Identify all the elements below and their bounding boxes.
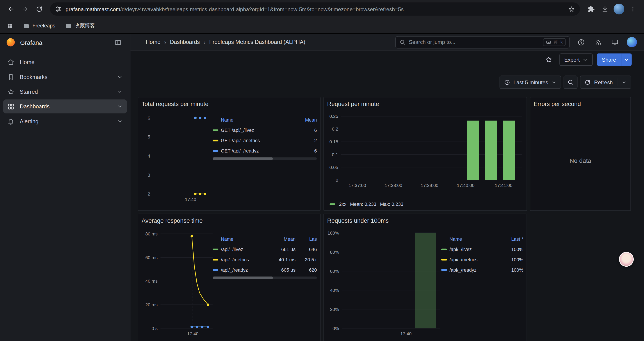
legend-scrollbar[interactable] — [212, 276, 317, 279]
breadcrumb-dashboards[interactable]: Dashboards — [170, 39, 200, 45]
search-input[interactable]: Search or jump to... ⌘+k — [395, 36, 570, 48]
news-rss-button[interactable] — [592, 36, 604, 49]
legend-row[interactable]: /api/_/livez 100% — [441, 244, 524, 254]
legend-header-mean[interactable]: Mean — [274, 237, 296, 241]
legend-scrollbar-thumb[interactable] — [212, 157, 273, 160]
search-shortcut: ⌘+k — [553, 40, 563, 45]
sidebar-item-bookmarks[interactable]: Bookmarks — [3, 70, 127, 84]
series-last: 620 — [298, 267, 317, 272]
share-button[interactable]: Share — [597, 53, 621, 66]
site-settings-icon[interactable] — [55, 6, 62, 12]
breadcrumb-current: Freeleaps Metrics Dashboard (ALPHA) — [209, 39, 305, 45]
back-button[interactable] — [4, 2, 18, 16]
legend-row[interactable]: /api/_/readyz 100% — [441, 265, 524, 275]
legend-row[interactable]: GET /api/_/livez 6 — [212, 125, 317, 135]
export-button[interactable]: Export — [560, 53, 593, 66]
refresh-label[interactable]: Refresh — [594, 79, 613, 85]
floating-assistant-avatar[interactable] — [619, 252, 634, 267]
downloads-button[interactable] — [598, 2, 612, 16]
legend-row[interactable]: /api/_/livez 661 µs 646 — [212, 244, 317, 254]
panel-total-requests-per-minute: Total requests per minute 6543217:40 Nam… — [138, 97, 320, 211]
search-icon — [400, 39, 406, 45]
average-response-time-chart[interactable]: 80 ms60 ms40 ms20 ms0 s17:40 — [142, 234, 212, 337]
legend-header-mean[interactable]: Mean — [299, 117, 317, 122]
toggle-sidebar-button[interactable] — [111, 36, 124, 49]
series-color-swatch — [330, 203, 335, 205]
grafana-main: Home › Dashboards › Freeleaps Metrics Da… — [130, 34, 644, 341]
url-bar[interactable]: grafana.mathmast.com/d/deytv4rwavabkb/fr… — [50, 3, 580, 16]
svg-text:0%: 0% — [332, 326, 339, 331]
refresh-icon[interactable] — [584, 79, 591, 85]
share-menu-button[interactable] — [621, 53, 632, 66]
zoom-out-button[interactable] — [564, 76, 578, 89]
chevron-down-icon — [117, 74, 123, 80]
grafana-logo-icon[interactable] — [6, 37, 16, 47]
bell-icon — [8, 118, 14, 125]
sidebar-nav: Home Bookmarks Starred Dashboards — [0, 51, 130, 132]
clock-icon — [504, 79, 510, 85]
panel-title[interactable]: Average response time — [142, 217, 317, 225]
legend-header-last[interactable]: Las — [298, 237, 317, 241]
zoom-out-icon — [568, 79, 574, 86]
legend-header-name[interactable]: Name — [449, 237, 502, 241]
sidebar-item-starred[interactable]: Starred — [3, 85, 127, 99]
series-last: 100% — [505, 257, 523, 262]
series-mean-stat: Mean: 0.233 — [350, 202, 376, 206]
panel-title[interactable]: Errors per second — [534, 100, 627, 108]
svg-text:0.15: 0.15 — [330, 139, 338, 144]
apps-grid-icon[interactable] — [6, 22, 13, 29]
export-label: Export — [564, 56, 580, 63]
star-icon — [8, 88, 14, 95]
forward-button[interactable] — [18, 2, 32, 16]
legend-scrollbar-thumb[interactable] — [212, 276, 273, 279]
bookmark-folder-freeleaps[interactable]: Freeleaps — [23, 22, 55, 29]
series-mean: 6 — [299, 148, 317, 153]
sidebar-item-dashboards[interactable]: Dashboards — [3, 99, 127, 113]
reload-button[interactable] — [32, 2, 46, 16]
panel-request-per-minute: Request per minute 0.250.20.150.10.05017… — [324, 97, 527, 211]
requests-under-100ms-chart[interactable]: 100%80%60%40%20%0%17:40 — [327, 233, 440, 337]
legend-row[interactable]: /api/_/readyz 605 µs 620 — [212, 265, 317, 275]
svg-text:0.05: 0.05 — [330, 165, 338, 170]
brand-title[interactable]: Grafana — [20, 39, 107, 46]
user-profile-button[interactable] — [625, 36, 638, 49]
legend-header-name[interactable]: Name — [221, 237, 272, 241]
breadcrumb-home[interactable]: Home — [146, 39, 160, 45]
panel-legend: Name Last * /api/_/livez 100% /api/_/met… — [441, 234, 524, 337]
browser-profile-button[interactable] — [612, 2, 626, 16]
panel-title[interactable]: Request per minute — [327, 100, 523, 108]
monitor-icon — [611, 38, 618, 46]
legend-row[interactable]: GET /api/_/readyz 6 — [212, 146, 317, 156]
chevron-down-icon — [552, 80, 557, 85]
favorite-dashboard-button[interactable] — [542, 53, 555, 66]
sidebar-item-home[interactable]: Home — [3, 55, 127, 69]
browser-menu-button[interactable] — [626, 2, 640, 16]
legend-scrollbar[interactable] — [212, 157, 317, 160]
svg-text:17:41:00: 17:41:00 — [495, 183, 512, 188]
sidebar-item-label: Dashboards — [20, 103, 50, 110]
series-last: 646 — [298, 247, 317, 251]
bookmark-star-icon[interactable] — [568, 6, 575, 13]
panel-title[interactable]: Total requests per minute — [142, 100, 317, 108]
legend-row[interactable]: /api/_/metrics 100% — [441, 254, 524, 265]
bookmark-folder-blogs[interactable]: 收藏博客 — [65, 22, 95, 29]
panel-title[interactable]: Requests under 100ms — [327, 217, 523, 225]
legend-row[interactable]: /api/_/metrics 40.1 ms 20.5 r — [212, 254, 317, 265]
chevron-down-icon[interactable] — [622, 80, 627, 85]
kebab-menu-icon — [630, 6, 636, 12]
display-mode-button[interactable] — [608, 36, 622, 49]
dashboards-grid-icon — [8, 103, 14, 110]
sidebar-item-alerting[interactable]: Alerting — [3, 114, 127, 128]
total-requests-chart[interactable]: 6543217:40 — [142, 118, 212, 203]
breadcrumb-separator: › — [204, 39, 206, 46]
panel-legend-inline[interactable]: 2xx Mean: 0.233 Max: 0.233 — [327, 201, 523, 208]
legend-row[interactable]: GET /api/_/metrics 2 — [212, 135, 317, 146]
request-per-minute-chart[interactable]: 0.250.20.150.10.05017:37:0017:38:0017:39… — [327, 116, 522, 189]
svg-text:6: 6 — [148, 115, 150, 121]
legend-header-last[interactable]: Last * — [505, 237, 523, 241]
legend-header-name[interactable]: Name — [221, 117, 296, 122]
extensions-button[interactable] — [584, 2, 598, 16]
help-button[interactable] — [575, 36, 588, 49]
time-range-picker[interactable]: Last 5 minutes — [500, 76, 561, 89]
time-controls: Last 5 minutes Refresh — [500, 76, 631, 89]
